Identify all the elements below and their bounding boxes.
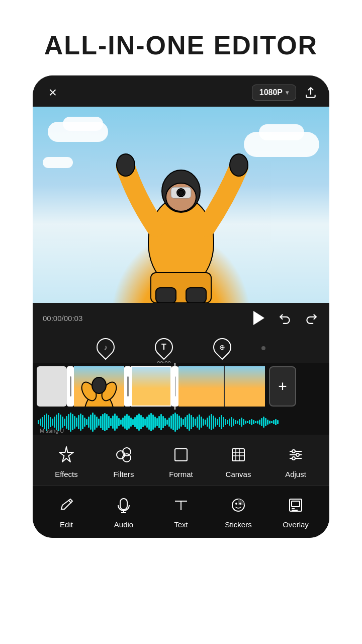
waveform-bar	[273, 420, 275, 424]
svg-rect-19	[232, 449, 244, 461]
effects-label: Effects	[55, 470, 78, 478]
undo-button[interactable]	[277, 310, 293, 326]
waveform-bars	[33, 414, 329, 431]
waveform-bar	[156, 418, 158, 426]
waveform-bar	[40, 419, 41, 426]
waveform-bar	[215, 418, 216, 427]
waveform-bar	[178, 416, 180, 429]
format-icon	[170, 444, 192, 466]
waveform-bar	[176, 414, 178, 430]
add-clip-button[interactable]: +	[269, 366, 296, 407]
waveform-bar	[257, 421, 258, 424]
waveform-bar	[96, 417, 98, 428]
waveform-bar	[64, 419, 65, 426]
resolution-label: 1080P	[259, 88, 283, 97]
edit-icon	[55, 494, 77, 516]
waveform-bar	[180, 418, 182, 427]
waveform-bar	[235, 420, 236, 424]
clip-handle-middle[interactable]	[124, 366, 131, 407]
waveform-bar	[52, 419, 53, 426]
video-content	[33, 107, 329, 303]
filters-label: Filters	[114, 470, 134, 478]
waveform-bar	[116, 416, 118, 429]
waveform-bar	[82, 415, 83, 429]
waveform-bar	[126, 414, 128, 430]
waveform-bar	[249, 420, 250, 424]
waveform-bar	[213, 416, 214, 429]
canvas-icon	[227, 444, 249, 466]
main-toolbar: Effects Filters Format	[33, 435, 329, 486]
close-button[interactable]: ×	[45, 85, 61, 101]
clip-frame-3[interactable]	[225, 366, 265, 407]
cloud-5	[43, 157, 73, 168]
plus-icon: +	[278, 378, 287, 395]
play-button[interactable]	[249, 309, 267, 327]
format-tool[interactable]: Format	[161, 444, 201, 478]
edit-tool[interactable]: Edit	[46, 494, 86, 529]
audio-label: Audio	[114, 520, 133, 529]
waveform-bar	[183, 419, 184, 425]
waveform-bar	[209, 416, 210, 429]
waveform-bar	[189, 414, 190, 431]
waveform-bar	[271, 421, 273, 423]
waveform-bar	[193, 417, 194, 427]
waveform-bar	[124, 416, 126, 429]
sticker-marker-icon: ⊕	[219, 343, 225, 351]
waveform-bar	[50, 417, 51, 427]
audio-tool[interactable]: Audio	[104, 494, 144, 529]
secondary-toolbar: Edit Audio Text	[33, 486, 329, 538]
text-tool[interactable]: Text	[161, 494, 201, 529]
waveform-bar	[48, 415, 49, 429]
waveform-bar	[132, 419, 134, 425]
clip-frame-1[interactable]	[74, 366, 124, 407]
effects-icon	[55, 444, 77, 466]
waveform-bar	[269, 421, 270, 424]
video-preview	[33, 107, 329, 303]
waveform-bar	[162, 416, 164, 428]
canvas-label: Canvas	[226, 470, 251, 478]
clip-frame-2[interactable]	[178, 366, 224, 407]
clip-handle-left[interactable]	[67, 366, 74, 407]
sticker-marker[interactable]: ⊕	[213, 338, 231, 358]
resolution-badge[interactable]: 1080P ▾	[252, 85, 296, 101]
waveform-bar	[219, 417, 220, 427]
waveform-bar	[62, 417, 63, 428]
waveform-bar	[148, 415, 150, 430]
text-marker[interactable]: T 00:00	[155, 338, 173, 358]
waveform-bar	[152, 415, 154, 430]
waveform-bar	[245, 421, 246, 424]
page-title: ALL-IN-ONE EDITOR	[0, 0, 362, 75]
dot-marker	[261, 346, 265, 350]
stickers-tool[interactable]: Stickers	[218, 494, 258, 529]
filters-tool[interactable]: Filters	[104, 444, 144, 478]
canvas-tool[interactable]: Canvas	[218, 444, 258, 478]
music-marker[interactable]: ♪	[97, 338, 115, 358]
waveform-bar	[253, 420, 254, 424]
overlay-tool[interactable]: Overlay	[276, 494, 316, 529]
blank-clip	[37, 366, 67, 407]
waveform-bar	[154, 417, 156, 428]
waveform-bar	[136, 415, 138, 429]
clip-frame-selected[interactable]	[131, 366, 171, 407]
waveform-bar	[164, 418, 166, 426]
waveform-bar	[158, 416, 160, 428]
waveform-bar	[259, 420, 260, 425]
waveform-bar	[265, 418, 266, 426]
waveform-bar	[225, 419, 226, 425]
waveform-bar	[160, 414, 162, 430]
waveform-bar	[114, 414, 116, 431]
chevron-down-icon: ▾	[286, 89, 289, 96]
waveform-bar	[199, 415, 200, 430]
export-button[interactable]	[304, 86, 317, 99]
timeline-strip[interactable]: +	[33, 363, 329, 410]
music-marker-icon: ♪	[104, 343, 108, 351]
waveform-bar	[120, 420, 122, 425]
waveform-bar	[76, 418, 77, 427]
redo-button[interactable]	[303, 310, 319, 326]
effects-tool[interactable]: Effects	[46, 444, 86, 478]
waveform-bar	[174, 413, 176, 432]
adjust-tool[interactable]: Adjust	[276, 444, 316, 478]
waveform-label: Missing U	[40, 428, 64, 434]
waveform-bar	[150, 413, 152, 431]
controls-right	[249, 309, 319, 327]
